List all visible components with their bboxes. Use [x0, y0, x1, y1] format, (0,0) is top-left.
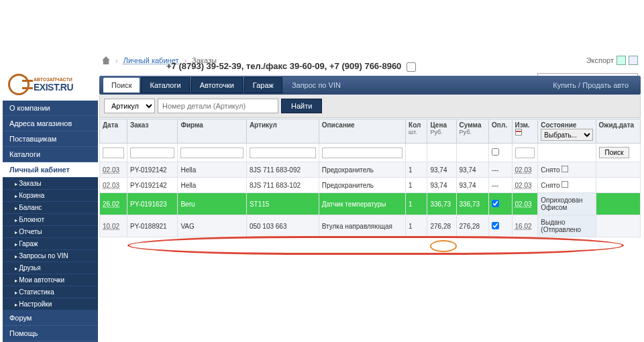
cell-price: 93,74 — [427, 178, 456, 193]
cell-price: 93,74 — [427, 162, 456, 178]
sidebar-item-catalogs[interactable]: Каталоги — [3, 147, 98, 162]
cell-sum: 93,74 — [456, 178, 489, 193]
cell-desc: Предохранитель — [319, 162, 405, 178]
cell-firm: VAG — [178, 215, 246, 237]
cell-state: Снято — [541, 166, 559, 174]
search-type-select[interactable]: Артикул — [104, 99, 155, 113]
cell-firm: Beru — [178, 193, 246, 215]
cell-changed[interactable]: 02.03 — [515, 201, 532, 208]
sidebar-sub-vin[interactable]: Запросы по VIN — [3, 250, 98, 262]
state-filter-select[interactable]: Выбрать... — [541, 129, 592, 141]
cell-desc: Втулка направляющая — [319, 215, 405, 237]
sidebar-sub-garage[interactable]: Гараж — [3, 238, 98, 250]
clock-icon — [407, 62, 416, 72]
annotation-orange-oval — [430, 240, 457, 252]
cell-state: Выдано (Отправлено — [538, 215, 596, 237]
sidebar-item-addresses[interactable]: Адреса магазинов — [3, 116, 98, 131]
cell-price: 336,73 — [427, 193, 456, 215]
sidebar-item-forum[interactable]: Форум — [3, 310, 98, 326]
sidebar-sub-friends[interactable]: Друзья — [3, 262, 98, 274]
filter-order[interactable] — [130, 148, 174, 158]
filter-article[interactable] — [250, 148, 316, 158]
col-firm[interactable]: Фирма — [180, 121, 203, 129]
col-desc[interactable]: Описание — [322, 121, 355, 129]
cell-qty: 1 — [406, 215, 427, 237]
calendar-icon[interactable] — [515, 129, 522, 135]
col-changed[interactable]: Изм. — [515, 121, 530, 129]
col-state[interactable]: Состояние — [541, 121, 576, 129]
search-input[interactable] — [158, 99, 278, 113]
cell-date[interactable]: 02.03 — [103, 166, 119, 174]
filter-paid-checkbox[interactable] — [492, 148, 499, 156]
cell-sum: 93,74 — [456, 162, 489, 178]
cell-article: 8JS 711 683-102 — [246, 178, 319, 193]
table-row: 02.03 PY-0192142 Hella 8JS 711 683-102 П… — [100, 178, 641, 193]
cell-firm: Hella — [178, 162, 246, 178]
cell-paid: --- — [489, 162, 512, 178]
cell-changed[interactable]: 16.02 — [515, 223, 532, 230]
filter-firm[interactable] — [180, 148, 243, 158]
col-sum[interactable]: Сумма — [460, 121, 482, 129]
filter-date[interactable] — [103, 148, 124, 158]
col-qty[interactable]: Кол — [409, 121, 421, 129]
cell-date[interactable]: 10.02 — [103, 223, 119, 230]
sidebar-item-suppliers[interactable]: Поставщикам — [3, 131, 98, 147]
tab-autopoints[interactable]: Автоточки — [191, 77, 243, 93]
filter-desc[interactable] — [322, 148, 402, 158]
cell-qty: 1 — [406, 178, 427, 193]
table-row: 10.02 PY-0188921 VAG 050 103 663 Втулка … — [100, 215, 641, 237]
tab-vin[interactable]: Запрос по VIN — [284, 78, 349, 93]
col-date[interactable]: Дата — [103, 121, 118, 129]
sidebar-item-account[interactable]: Личный кабинет — [3, 162, 98, 178]
orders-table: Дата Заказ Фирма Артикул Описание Колшт.… — [99, 119, 641, 237]
sidebar-sub-stats[interactable]: Статистика — [3, 286, 98, 298]
sidebar-item-help[interactable]: Помощь — [3, 326, 98, 341]
cell-paid: --- — [489, 178, 512, 193]
cell-changed[interactable]: 02.03 — [515, 182, 532, 189]
logo-icon — [8, 74, 30, 95]
table-row: 02.03 PY-0192142 Hella 8JS 711 683-092 П… — [100, 162, 641, 178]
cell-order: PY-0192142 — [127, 162, 177, 178]
cell-article: 8JS 711 683-092 — [246, 162, 319, 178]
paid-checkbox[interactable] — [492, 222, 499, 229]
cell-desc: Предохранитель — [319, 178, 405, 193]
cell-date[interactable]: 02.03 — [103, 182, 119, 189]
sidebar-item-about[interactable]: О компании — [3, 101, 98, 116]
cell-sum: 276,28 — [456, 215, 489, 237]
col-order[interactable]: Заказ — [130, 121, 149, 129]
tab-garage[interactable]: Гараж — [244, 77, 282, 93]
col-paid[interactable]: Опл. — [492, 121, 507, 129]
sidebar-sub-reports[interactable]: Отчеты — [3, 226, 98, 238]
sidebar-sub-notepad[interactable]: Блокнот — [3, 214, 98, 226]
link-buy-sell[interactable]: Купить / Продать авто — [545, 78, 637, 93]
cell-article: 050 103 663 — [246, 215, 319, 237]
sidebar-sub-autopoints[interactable]: Мои автоточки — [3, 274, 98, 286]
col-expect[interactable]: Ожид.дата — [599, 121, 635, 129]
edit-icon[interactable] — [561, 181, 568, 188]
logo-tagline: АВТОЗАПЧАСТИ — [34, 77, 73, 82]
edit-icon[interactable] — [561, 166, 568, 172]
filter-changed[interactable] — [515, 148, 535, 158]
cell-order: PY-0192142 — [127, 178, 177, 193]
find-button[interactable]: Найти — [281, 99, 322, 113]
cell-sum: 336,73 — [456, 193, 489, 215]
sidebar-sub-orders[interactable]: Заказы — [3, 178, 98, 190]
sidebar-sub-cart[interactable]: Корзина — [3, 190, 98, 202]
col-article[interactable]: Артикул — [250, 121, 277, 129]
col-price[interactable]: Цена — [430, 121, 447, 129]
annotation-red-circle — [127, 236, 624, 255]
cell-changed[interactable]: 02.03 — [515, 166, 532, 174]
cell-desc: Датчик температуры — [319, 193, 405, 215]
cell-qty: 1 — [406, 193, 427, 215]
cell-qty: 1 — [406, 162, 427, 178]
cell-state: Снято — [541, 182, 559, 189]
tab-search[interactable]: Поиск — [103, 78, 140, 93]
filter-search-button[interactable]: Поиск — [599, 147, 630, 158]
paid-checkbox[interactable] — [492, 200, 499, 207]
tab-catalogs[interactable]: Каталоги — [141, 77, 189, 93]
sidebar-sub-balance[interactable]: Баланс — [3, 202, 98, 214]
cell-date[interactable]: 26.02 — [103, 201, 119, 208]
cell-order: PY-0191623 — [127, 193, 177, 215]
top-nav: Поиск Каталоги Автоточки Гараж Запрос по… — [99, 76, 641, 95]
sidebar-sub-settings[interactable]: Настройки — [3, 298, 98, 310]
